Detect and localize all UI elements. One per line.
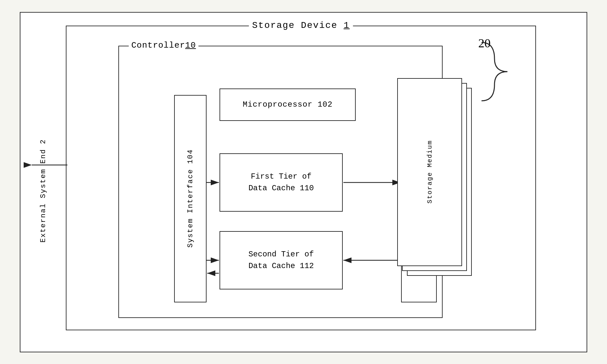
- external-system-text: External System End 2: [39, 139, 47, 242]
- first-tier-label: First Tier of Data Cache 110: [248, 171, 314, 194]
- microprocessor-label: Microprocessor 102: [243, 100, 332, 109]
- storage-device-label: Storage Device 1: [249, 20, 353, 30]
- curly-brace-svg: [462, 33, 527, 114]
- first-tier-box: First Tier of Data Cache 110: [220, 153, 343, 212]
- second-tier-label: Second Tier of Data Cache 112: [248, 249, 314, 272]
- external-system-label: External System End 2: [24, 77, 63, 304]
- storage-medium-box-1: Storage Medium: [397, 78, 462, 266]
- second-tier-box: Second Tier of Data Cache 112: [220, 231, 343, 289]
- controller-label: Controller10: [129, 41, 198, 50]
- system-interface-label: System Interface 104: [186, 149, 195, 248]
- diagram-container: External System End 2 Storage Device 1 C…: [20, 12, 587, 352]
- storage-medium-label: Storage Medium: [426, 140, 434, 204]
- controller-box: Controller10 System Interface 104 Microp…: [118, 46, 443, 318]
- storage-device-box: Storage Device 1 Controller10 System Int…: [66, 26, 536, 330]
- system-interface-box: System Interface 104: [174, 95, 207, 302]
- microprocessor-box: Microprocessor 102: [220, 88, 356, 121]
